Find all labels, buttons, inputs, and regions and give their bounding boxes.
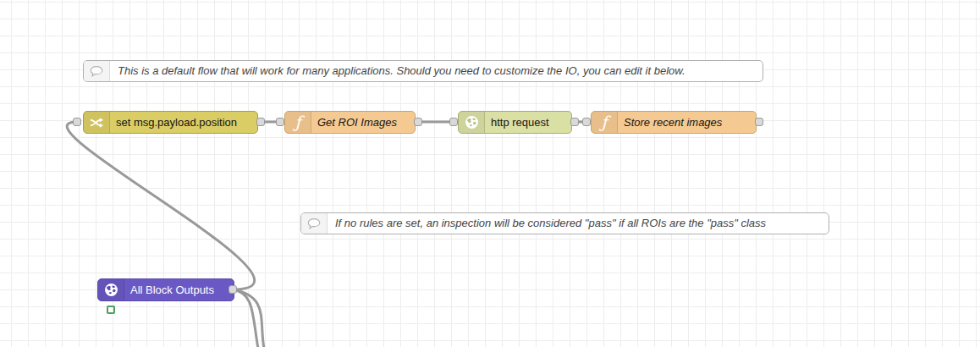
- flow-canvas[interactable]: This is a default flow that will work fo…: [0, 0, 980, 347]
- node-get-roi-images[interactable]: ƒ Get ROI Images: [284, 111, 416, 134]
- speech-bubble-icon: [84, 61, 110, 81]
- output-port[interactable]: [414, 118, 422, 126]
- node-label: Store recent images: [624, 112, 749, 133]
- input-port[interactable]: [276, 118, 284, 126]
- shuffle-arrows-icon: [84, 112, 110, 133]
- node-label: set msg.payload.position: [116, 112, 251, 133]
- function-icon: ƒ: [592, 112, 618, 133]
- node-status-ring: [107, 306, 115, 314]
- output-port[interactable]: [570, 118, 579, 126]
- node-label: http request: [491, 112, 564, 133]
- output-port[interactable]: [228, 285, 237, 294]
- node-label: All Block Outputs: [130, 279, 227, 300]
- node-label: Get ROI Images: [317, 112, 408, 133]
- globe-icon: [98, 279, 124, 300]
- node-store-recent-images[interactable]: ƒ Store recent images: [591, 111, 757, 134]
- comment-node-default-flow[interactable]: This is a default flow that will work fo…: [83, 60, 763, 82]
- comment-text: This is a default flow that will work fo…: [118, 61, 754, 81]
- comment-text: If no rules are set, an inspection will …: [335, 213, 820, 234]
- output-port[interactable]: [755, 118, 763, 126]
- node-set-msg-payload-position[interactable]: set msg.payload.position: [83, 111, 258, 134]
- wire-outputs-to-change[interactable]: [67, 122, 255, 289]
- node-http-request[interactable]: http request: [458, 111, 572, 134]
- comment-node-no-rules[interactable]: If no rules are set, an inspection will …: [300, 212, 829, 234]
- output-port[interactable]: [256, 118, 265, 126]
- function-icon: ƒ: [285, 112, 311, 133]
- node-all-block-outputs[interactable]: All Block Outputs: [97, 278, 234, 301]
- input-port[interactable]: [449, 118, 458, 126]
- input-port[interactable]: [582, 118, 591, 126]
- input-port[interactable]: [73, 118, 81, 126]
- globe-icon: [459, 112, 485, 133]
- speech-bubble-icon: [301, 213, 328, 234]
